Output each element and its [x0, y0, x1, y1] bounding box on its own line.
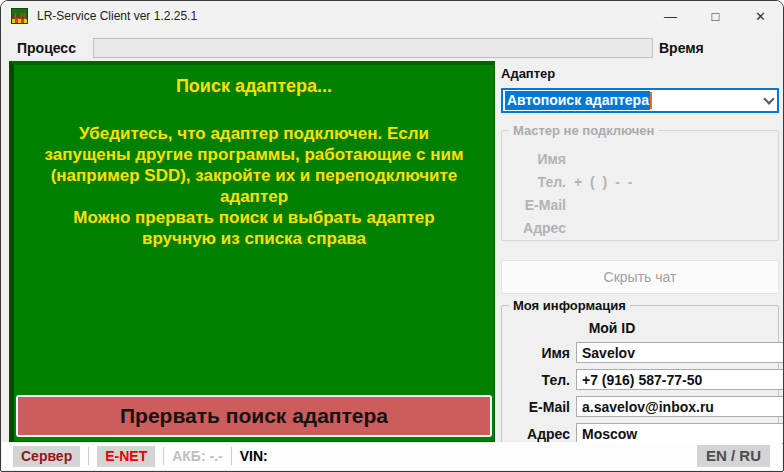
window-controls: — □ ✕ — [648, 1, 783, 31]
abort-search-button[interactable]: Прервать поиск адаптера — [16, 395, 492, 437]
my-info-groupbox: Моя информация Мой ID Имя Тел. E-Mail Ад… — [501, 305, 779, 444]
time-label: Время — [659, 40, 704, 56]
my-info-group-title: Моя информация — [509, 298, 630, 313]
maximize-button[interactable]: □ — [693, 1, 738, 31]
my-address-row: Адрес — [506, 423, 772, 444]
chevron-down-icon — [763, 93, 774, 104]
server-status-badge[interactable]: Сервер — [13, 446, 80, 467]
enet-status-badge[interactable]: E-NET — [97, 446, 155, 467]
email-label: E-Mail — [506, 399, 570, 415]
my-email-row: E-Mail — [506, 396, 772, 417]
separator — [88, 447, 89, 465]
vin-label: VIN: — [240, 448, 268, 464]
search-status-heading: Поиск адаптера... — [14, 76, 494, 97]
name-label: Имя — [506, 345, 570, 361]
instruction-line: вручную из списка справа — [14, 228, 494, 249]
separator — [231, 447, 232, 465]
address-label: Адрес — [506, 426, 570, 442]
language-toggle-button[interactable]: EN / RU — [697, 445, 770, 467]
adapter-selected-value: Автопоиск адаптера — [505, 91, 650, 111]
title-bar: LR LR-Service Client ver 1.2.25.1 — □ ✕ — [1, 1, 783, 31]
master-address-row: Адрес — [502, 216, 778, 239]
adapter-combobox[interactable]: Автопоиск адаптера — [501, 88, 779, 113]
master-groupbox: Мастер не подключен Имя Тел. + ( ) - - E… — [501, 130, 779, 241]
close-button[interactable]: ✕ — [738, 1, 783, 31]
email-input[interactable] — [576, 396, 784, 417]
progress-bar — [93, 38, 653, 58]
instruction-line: адаптер — [14, 186, 494, 207]
phone-value: + ( ) - - — [574, 174, 634, 190]
adapter-search-panel: Поиск адаптера... Убедитесь, что адаптер… — [9, 61, 495, 443]
instruction-line: запущены другие программы, работающие с … — [14, 144, 494, 165]
search-instructions: Убедитесь, что адаптер подключен. Если з… — [14, 123, 494, 249]
phone-label: Тел. — [502, 174, 566, 190]
adapter-label: Адаптер — [501, 66, 779, 81]
minimize-button[interactable]: — — [648, 1, 693, 31]
my-phone-row: Тел. — [506, 369, 772, 390]
name-input[interactable] — [576, 342, 784, 363]
progress-row: Процесс Время — [1, 34, 783, 60]
app-logo-icon: LR — [11, 8, 28, 24]
app-window: LR LR-Service Client ver 1.2.25.1 — □ ✕ … — [0, 0, 784, 472]
instruction-line: Можно прервать поиск и выбрать адаптер — [14, 207, 494, 228]
my-name-row: Имя — [506, 342, 772, 363]
separator — [163, 447, 164, 465]
master-group-title: Мастер не подключен — [509, 123, 658, 138]
phone-input[interactable] — [576, 369, 784, 390]
window-title: LR-Service Client ver 1.2.25.1 — [37, 9, 197, 23]
status-bar: Сервер E-NET АКБ: -.- VIN: EN / RU — [2, 442, 782, 470]
address-input[interactable] — [576, 423, 784, 444]
phone-label: Тел. — [506, 372, 570, 388]
master-name-row: Имя — [502, 147, 778, 170]
instruction-line: Убедитесь, что адаптер подключен. Если — [14, 123, 494, 144]
battery-status: АКБ: -.- — [172, 448, 222, 464]
process-label: Процесс — [17, 40, 76, 56]
right-panel: Адаптер Автопоиск адаптера Мастер не под… — [501, 61, 779, 444]
text-caret — [650, 92, 652, 109]
name-label: Имя — [502, 151, 566, 167]
my-id-label: Мой ID — [506, 320, 718, 336]
master-email-row: E-Mail — [502, 193, 778, 216]
master-phone-row: Тел. + ( ) - - — [502, 170, 778, 193]
instruction-line: (например SDD), закройте их и переподклю… — [14, 165, 494, 186]
hide-chat-button[interactable]: Скрыть чат — [501, 260, 779, 294]
address-label: Адрес — [502, 220, 566, 236]
email-label: E-Mail — [502, 197, 566, 213]
